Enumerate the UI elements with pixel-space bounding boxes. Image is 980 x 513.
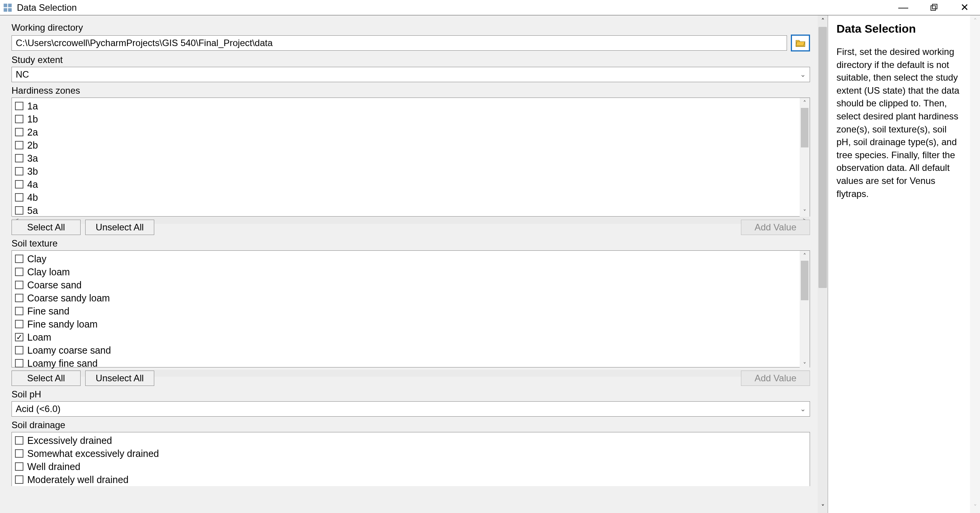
study-extent-select[interactable]: NC ⌄ [12,67,810,82]
checkbox[interactable] [15,193,23,202]
soil-texture-item-label: Coarse sandy loam [27,293,110,304]
checkbox[interactable] [15,346,23,354]
folder-open-icon [795,38,806,48]
checkbox[interactable] [15,154,23,162]
scroll-down-icon[interactable]: ˅ [818,501,828,513]
main-layout: Working directory C:\Users\crcowell\Pych… [0,15,980,513]
hardiness-item[interactable]: 3b [15,165,799,178]
hardiness-item[interactable]: 1b [15,113,799,126]
soil-texture-item[interactable]: Clay loam [15,265,799,278]
close-button[interactable]: ✕ [949,0,980,15]
maximize-button[interactable] [919,0,949,15]
checkbox[interactable] [15,436,23,445]
checkbox[interactable] [15,128,23,136]
hardiness-item[interactable]: 2b [15,139,799,152]
checkbox[interactable] [15,167,23,175]
hardiness-item-label: 4b [27,192,38,203]
soil-texture-label: Soil texture [12,238,810,249]
soil-texture-item[interactable]: Fine sandy loam [15,318,799,331]
minimize-button[interactable]: — [888,0,919,15]
soil-texture-item[interactable]: Loam [15,331,799,344]
hardiness-unselect-all-button[interactable]: Unselect All [85,220,154,235]
study-extent-label: Study extent [12,55,810,65]
help-vscroll[interactable]: ˄ ˅ [970,15,980,513]
browse-button[interactable] [791,35,810,51]
checkbox[interactable] [15,333,23,341]
soil-texture-item-label: Clay [27,253,46,265]
soil-texture-listbox[interactable]: ClayClay loamCoarse sandCoarse sandy loa… [12,250,810,367]
checkbox[interactable] [15,475,23,484]
checkbox[interactable] [15,102,23,110]
checkbox[interactable] [15,359,23,367]
scroll-down-icon[interactable]: ˅ [970,501,980,513]
hardiness-zones-label: Hardiness zones [12,85,810,96]
checkbox[interactable] [15,281,23,289]
checkbox[interactable] [15,307,23,315]
hardiness-item[interactable]: 2a [15,126,799,139]
working-directory-input[interactable]: C:\Users\crcowell\PycharmProjects\GIS 54… [12,35,787,51]
scroll-down-icon[interactable]: ˅ [800,207,810,217]
soil-ph-select[interactable]: Acid (<6.0) ⌄ [12,401,810,417]
hardiness-item[interactable]: 3a [15,152,799,165]
soiltexture-vscroll[interactable]: ˄ ˅ [800,251,810,370]
checkbox[interactable] [15,180,23,189]
soil-drainage-item-label: Well drained [27,461,81,472]
soil-texture-item[interactable]: Clay [15,252,799,265]
soil-texture-item-label: Fine sand [27,306,69,317]
hardiness-zones-listbox[interactable]: 1a1b2a2b3a3b4a4b5a ˄ ˅ < > [12,98,810,217]
soil-drainage-item[interactable]: Moderately well drained [15,473,809,486]
soil-drainage-item-label: Excessively drained [27,435,112,446]
chevron-down-icon: ⌄ [800,405,806,413]
hardiness-item-label: 3a [27,153,38,164]
svg-rect-1 [932,4,937,9]
soil-texture-item-label: Coarse sand [27,280,82,291]
soil-texture-item-label: Clay loam [27,266,70,278]
soil-texture-item-label: Loamy fine sand [27,358,97,369]
soiltexture-add-value-button: Add Value [741,371,810,386]
hardiness-item-label: 2b [27,140,38,151]
soil-texture-item[interactable]: Fine sand [15,304,799,318]
hardiness-item[interactable]: 4a [15,178,799,191]
soil-drainage-label: Soil drainage [12,420,810,430]
form-area: Working directory C:\Users\crcowell\Pych… [0,15,818,513]
soil-texture-item[interactable]: Loamy coarse sand [15,344,799,357]
scroll-down-icon[interactable]: ˅ [800,360,810,370]
soil-drainage-item[interactable]: Somewhat excessively drained [15,447,809,460]
soiltexture-unselect-all-button[interactable]: Unselect All [85,371,154,386]
checkbox[interactable] [15,462,23,471]
help-title: Data Selection [836,22,962,35]
chevron-down-icon: ⌄ [800,70,806,79]
checkbox[interactable] [15,206,23,215]
soil-texture-item-label: Loam [27,332,51,343]
scroll-up-icon[interactable]: ˄ [970,15,980,27]
soil-drainage-item[interactable]: Well drained [15,460,809,473]
soil-drainage-item[interactable]: Excessively drained [15,434,809,447]
hardiness-vscroll[interactable]: ˄ ˅ [800,98,810,217]
soiltexture-select-all-button[interactable]: Select All [12,371,81,386]
checkbox[interactable] [15,115,23,123]
soil-texture-item[interactable]: Coarse sandy loam [15,291,799,304]
checkbox[interactable] [15,255,23,263]
hardiness-item-label: 1b [27,114,38,125]
scroll-up-icon[interactable]: ˄ [800,251,810,261]
checkbox[interactable] [15,449,23,458]
checkbox[interactable] [15,294,23,302]
scroll-up-icon[interactable]: ˄ [800,98,810,108]
hardiness-item[interactable]: 1a [15,99,799,113]
hardiness-item[interactable]: 5a [15,204,799,217]
window-title: Data Selection [17,2,77,13]
checkbox[interactable] [15,268,23,276]
soil-texture-item[interactable]: Loamy fine sand [15,357,799,370]
soil-drainage-listbox[interactable]: Excessively drainedSomewhat excessively … [12,432,810,486]
scroll-up-icon[interactable]: ˄ [818,15,828,27]
hardiness-select-all-button[interactable]: Select All [12,220,81,235]
soil-ph-label: Soil pH [12,389,810,400]
soil-drainage-item-label: Moderately well drained [27,474,129,485]
soil-texture-item[interactable]: Coarse sand [15,278,799,291]
checkbox[interactable] [15,141,23,149]
soil-drainage-item-label: Somewhat excessively drained [27,448,159,459]
checkbox[interactable] [15,320,23,328]
hardiness-item[interactable]: 4b [15,191,799,204]
hardiness-item-label: 2a [27,127,38,138]
form-vscroll[interactable]: ˄ ˅ [818,15,828,513]
